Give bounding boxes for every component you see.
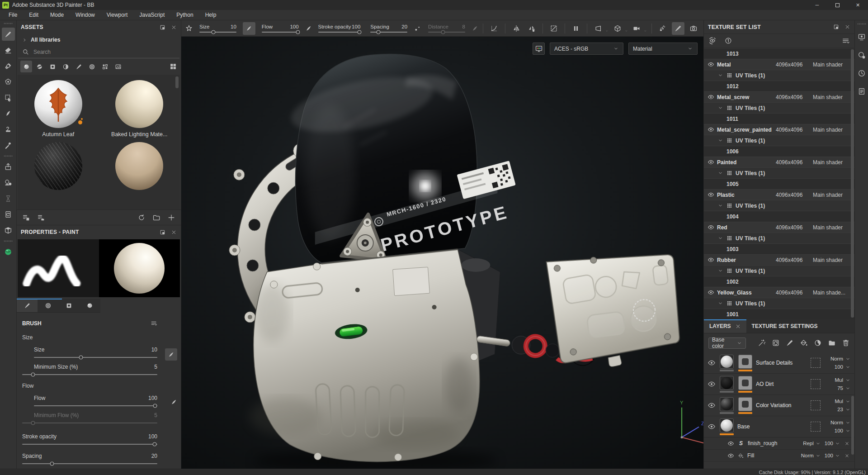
panel-display-settings[interactable] (855, 30, 868, 43)
filter-alpha[interactable] (86, 61, 98, 72)
tab-layers[interactable]: LAYERS (704, 319, 746, 333)
toolbar-flow-slider[interactable] (262, 32, 299, 33)
effect-finish-rough[interactable]: Sfinish_roughRepl100 (704, 437, 854, 450)
toolbar-flow-value[interactable]: 100 (290, 24, 298, 29)
filter-material-sphere[interactable] (20, 61, 32, 72)
uv-tiles-row[interactable]: UV Tiles (1) (704, 167, 854, 178)
undock-icon[interactable] (833, 24, 839, 30)
undock-icon[interactable] (160, 24, 165, 30)
layer-mask-thumbnail[interactable] (737, 397, 753, 414)
smart-material-stamp-icon[interactable] (772, 339, 780, 347)
size-pressure-button[interactable] (165, 348, 177, 361)
layers-scrollbar[interactable] (851, 396, 854, 455)
lazy-mouse-button[interactable] (547, 22, 560, 35)
material-slots-placeholder[interactable] (811, 422, 821, 432)
menu-python[interactable]: Python (170, 10, 199, 20)
chevron-down-icon[interactable] (717, 268, 723, 274)
layer-surface-details[interactable]: Surface DetailsNorm100 (704, 352, 854, 374)
blend-mode-select[interactable]: Norm (830, 420, 851, 426)
effect-opacity-select[interactable]: 100 (825, 453, 840, 459)
symmetry-button[interactable] (510, 22, 523, 35)
menu-file[interactable]: File (3, 10, 23, 20)
section-menu-icon[interactable] (151, 320, 157, 327)
stroke-spacing-icon[interactable] (414, 24, 422, 33)
tab-stencil[interactable] (58, 299, 79, 312)
maximize-button[interactable] (827, 0, 848, 10)
layer-mask-thumbnail[interactable] (737, 376, 753, 393)
chevron-down-icon[interactable] (717, 300, 723, 306)
uv-tiles-row[interactable]: UV Tiles (1) (704, 135, 854, 146)
asset-baked-lighting-mate-[interactable]: Baked Lighting Mate... (103, 80, 175, 138)
toolbar-distance-slider[interactable] (428, 32, 465, 33)
assets-scrollbar[interactable] (175, 76, 179, 88)
min-size-value[interactable]: 5 (154, 364, 157, 370)
menu-mode[interactable]: Mode (44, 10, 70, 20)
magic-wand-icon[interactable] (758, 339, 766, 347)
layer-thumbnail[interactable] (719, 397, 734, 414)
close-icon[interactable] (171, 24, 177, 30)
tool-smart-selection[interactable] (2, 91, 15, 104)
uv-tiles-row[interactable]: UV Tiles (1) (704, 265, 854, 276)
chevron-down-icon[interactable] (717, 72, 723, 78)
uv-tile-1005[interactable]: 1005 (704, 178, 854, 189)
stroke-opacity-value[interactable]: 100 (148, 433, 157, 440)
tab-material[interactable] (79, 299, 100, 312)
tab-alpha[interactable] (38, 299, 58, 312)
texture-set-metal-screw[interactable]: Metal_screw4096x4096Main shader (704, 91, 854, 102)
blend-mode-select[interactable]: Norm (830, 356, 851, 362)
tool-export-share[interactable] (2, 160, 15, 173)
uv-tiles-row[interactable]: UV Tiles (1) (704, 233, 854, 243)
display-mode-select[interactable]: Material (628, 43, 698, 55)
tab-texture-set-settings[interactable]: TEXTURE SET SETTINGS (746, 319, 823, 333)
toolbar-size-value[interactable]: 10 (231, 24, 236, 29)
toolbar-stroke-opacity-slider[interactable] (318, 32, 361, 33)
import-resource-icon[interactable] (167, 214, 175, 222)
flow-value[interactable]: 100 (148, 395, 157, 401)
texture-set-painted[interactable]: Painted4096x4096Main shader (704, 157, 854, 167)
tool-polygon-fill[interactable] (2, 75, 15, 88)
layer-thumbnail[interactable] (719, 418, 734, 435)
visibility-eye-icon[interactable] (708, 423, 716, 431)
uv-tile-1003[interactable]: 1003 (704, 243, 854, 254)
panel-shader-settings[interactable] (855, 48, 868, 62)
uv-tiles-row[interactable]: UV Tiles (1) (704, 102, 854, 113)
paint-brush-button[interactable] (672, 22, 684, 35)
visibility-eye-icon[interactable] (708, 401, 716, 409)
library-selector[interactable]: All libraries (17, 34, 181, 46)
pen-pressure-icon[interactable] (472, 25, 478, 32)
search-input[interactable] (33, 48, 175, 56)
visibility-eye-icon[interactable] (708, 94, 714, 100)
spacing-value[interactable]: 20 (151, 453, 157, 459)
filter-smart-material[interactable] (33, 61, 45, 72)
menu-viewport[interactable]: Viewport (101, 10, 133, 20)
list-options-icon[interactable] (842, 37, 850, 45)
tool-paint-brush[interactable] (2, 28, 15, 41)
uv-tiles-row[interactable]: UV Tiles (1) (704, 70, 854, 81)
pressure-toggle-button[interactable] (243, 22, 255, 35)
close-button[interactable]: ✕ (848, 0, 868, 10)
texture-set-yellow-glass[interactable]: Yellow_Glass4096x4096Main shade... (704, 287, 854, 298)
material-slots-placeholder[interactable] (811, 379, 821, 389)
toolbar-spacing-slider[interactable] (370, 32, 407, 33)
solo-view-icon[interactable] (724, 37, 732, 45)
opacity-select[interactable]: 100 (835, 364, 851, 370)
uv-tile-1011[interactable]: 1011 (704, 113, 854, 124)
chevron-down-icon[interactable] (717, 138, 723, 143)
uv-tile-1002[interactable]: 1002 (704, 276, 854, 287)
delete-trash-icon[interactable] (842, 339, 850, 347)
visibility-eye-icon[interactable] (708, 191, 714, 198)
material-preview[interactable] (99, 239, 180, 297)
tool-material-picker[interactable] (2, 138, 15, 152)
uv-tile-1013[interactable]: 1013 (704, 48, 854, 59)
open-folder-icon[interactable] (152, 214, 160, 222)
layer-base[interactable]: BaseNorm100 (704, 416, 854, 437)
visibility-eye-icon[interactable] (727, 452, 734, 459)
asset-autumn-leaf[interactable]: Autumn Leaf (22, 80, 94, 138)
import-list-icon[interactable] (37, 214, 45, 222)
visibility-eye-icon[interactable] (708, 359, 716, 367)
toggle-all-visibility-icon[interactable] (708, 37, 717, 45)
channel-filter-select[interactable]: Base color (708, 337, 746, 349)
tool-clone-stamp[interactable] (2, 123, 15, 136)
particles-tool-button[interactable] (656, 22, 669, 35)
tool-resource-updater[interactable] (2, 208, 15, 221)
